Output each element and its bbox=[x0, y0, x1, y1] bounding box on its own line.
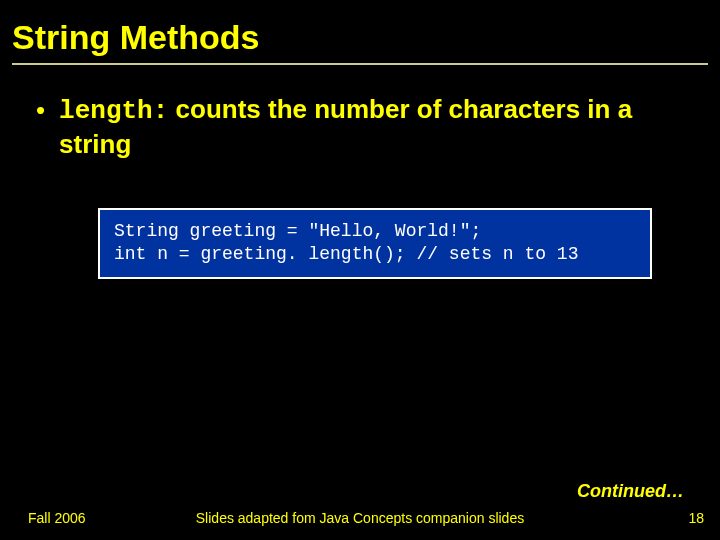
bullet-code-word: length: bbox=[59, 96, 168, 126]
slide-title: String Methods bbox=[12, 18, 708, 65]
bullet-dot-icon: • bbox=[36, 95, 45, 126]
slide-number: 18 bbox=[688, 510, 704, 526]
code-block: String greeting = "Hello, World!"; int n… bbox=[98, 208, 652, 279]
code-text: String greeting = "Hello, World!"; int n… bbox=[114, 220, 636, 265]
slide: String Methods • length: counts the numb… bbox=[0, 0, 720, 540]
bullet-text: length: counts the number of characters … bbox=[59, 93, 678, 160]
continued-label: Continued… bbox=[577, 481, 684, 502]
footer-attribution: Slides adapted fom Java Concepts compani… bbox=[0, 510, 720, 526]
bullet-item: • length: counts the number of character… bbox=[12, 93, 708, 160]
